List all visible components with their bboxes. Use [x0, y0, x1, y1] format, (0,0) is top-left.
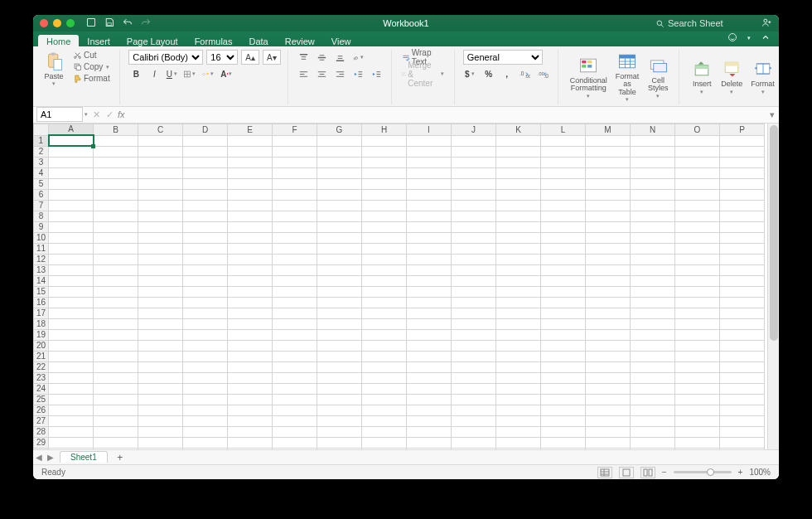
cell[interactable] — [94, 264, 138, 275]
cell[interactable] — [138, 383, 183, 394]
cell[interactable] — [586, 329, 631, 340]
cell[interactable] — [720, 308, 765, 318]
cell[interactable] — [631, 189, 675, 200]
decrease-decimal-button[interactable]: .00.0 — [536, 66, 551, 81]
normal-view-button[interactable] — [597, 467, 612, 478]
cell[interactable] — [273, 189, 317, 200]
cell[interactable] — [631, 405, 675, 415]
cell[interactable] — [586, 232, 631, 243]
cell[interactable] — [317, 351, 362, 361]
page-break-view-button[interactable] — [640, 467, 655, 478]
row-header[interactable]: 15 — [34, 286, 49, 297]
cell[interactable] — [317, 254, 362, 264]
cell[interactable] — [49, 243, 94, 254]
column-header[interactable]: C — [138, 124, 183, 135]
cell-styles-button[interactable]: Cell Styles▾ — [644, 50, 672, 104]
cell[interactable] — [452, 372, 496, 383]
align-middle-button[interactable] — [315, 50, 330, 65]
cell[interactable] — [228, 437, 273, 448]
autosave-icon[interactable] — [86, 17, 96, 29]
cell[interactable] — [94, 308, 138, 318]
cell[interactable] — [720, 297, 765, 308]
row-header[interactable]: 10 — [34, 232, 49, 243]
cell[interactable] — [541, 232, 586, 243]
cell[interactable] — [631, 308, 675, 318]
cell[interactable] — [452, 329, 496, 340]
cell[interactable] — [362, 297, 407, 308]
cell[interactable] — [407, 243, 452, 254]
cell[interactable] — [183, 146, 228, 157]
cell[interactable] — [362, 232, 407, 243]
cell[interactable] — [138, 264, 183, 275]
cell[interactable] — [317, 372, 362, 383]
cell[interactable] — [273, 157, 317, 167]
cell[interactable] — [317, 275, 362, 286]
cell[interactable] — [496, 361, 541, 372]
cell[interactable] — [631, 340, 675, 351]
cell[interactable] — [138, 297, 183, 308]
cell[interactable] — [675, 437, 720, 448]
cell[interactable] — [541, 135, 586, 146]
cell[interactable] — [720, 383, 765, 394]
cell[interactable] — [362, 286, 407, 297]
cell[interactable] — [631, 361, 675, 372]
cell-grid[interactable]: ABCDEFGHIJKLMNOP123456789101112131415161… — [33, 124, 765, 449]
tab-formulas[interactable]: Formulas — [186, 35, 241, 48]
cell[interactable] — [362, 178, 407, 189]
row-header[interactable]: 12 — [34, 254, 49, 264]
cell[interactable] — [407, 415, 452, 426]
cell[interactable] — [675, 394, 720, 405]
cell[interactable] — [541, 437, 586, 448]
cell[interactable] — [317, 329, 362, 340]
cell[interactable] — [541, 146, 586, 157]
cell[interactable] — [94, 243, 138, 254]
cell[interactable] — [631, 426, 675, 437]
cell[interactable] — [273, 351, 317, 361]
cell[interactable] — [496, 221, 541, 232]
cell[interactable] — [183, 426, 228, 437]
cell[interactable] — [586, 297, 631, 308]
cell[interactable] — [631, 254, 675, 264]
cell[interactable] — [183, 286, 228, 297]
cell[interactable] — [183, 297, 228, 308]
cell[interactable] — [228, 200, 273, 211]
cell[interactable] — [452, 448, 496, 449]
cell[interactable] — [452, 415, 496, 426]
cell[interactable] — [317, 135, 362, 146]
cell[interactable] — [720, 426, 765, 437]
cell[interactable] — [407, 135, 452, 146]
percent-button[interactable]: % — [481, 66, 496, 81]
cell[interactable] — [407, 211, 452, 221]
cell[interactable] — [496, 264, 541, 275]
cell[interactable] — [183, 437, 228, 448]
save-icon[interactable] — [104, 17, 114, 29]
row-header[interactable]: 7 — [34, 200, 49, 211]
cell[interactable] — [138, 189, 183, 200]
cell[interactable] — [49, 146, 94, 157]
cell[interactable] — [496, 286, 541, 297]
cell[interactable] — [407, 351, 452, 361]
cell[interactable] — [496, 200, 541, 211]
cell[interactable] — [49, 221, 94, 232]
cell[interactable] — [362, 254, 407, 264]
cell[interactable] — [496, 318, 541, 329]
zoom-level[interactable]: 100% — [749, 468, 771, 477]
cell[interactable] — [541, 448, 586, 449]
insert-cells-button[interactable]: Insert▾ — [688, 50, 716, 104]
cell[interactable] — [317, 426, 362, 437]
cell[interactable] — [586, 221, 631, 232]
cell[interactable] — [317, 340, 362, 351]
row-header[interactable]: 1 — [34, 135, 49, 146]
cell[interactable] — [273, 135, 317, 146]
fx-label[interactable]: fx — [118, 109, 125, 119]
cell[interactable] — [94, 178, 138, 189]
cell[interactable] — [586, 157, 631, 167]
close-icon[interactable] — [40, 19, 48, 27]
cell[interactable] — [94, 200, 138, 211]
feedback-dropdown[interactable]: ▾ — [746, 35, 752, 41]
cell[interactable] — [720, 318, 765, 329]
cell[interactable] — [183, 200, 228, 211]
align-center-button[interactable] — [315, 66, 330, 81]
cell[interactable] — [407, 383, 452, 394]
cell[interactable] — [496, 383, 541, 394]
